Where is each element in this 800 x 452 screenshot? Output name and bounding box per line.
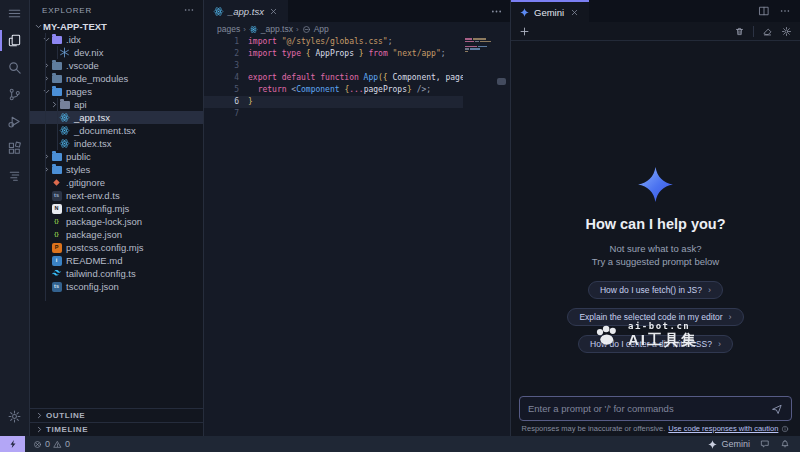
chevron-down-icon: [33, 22, 43, 32]
code-area[interactable]: 1import "@/styles/globals.css";2import t…: [204, 36, 463, 436]
suggested-prompt-1[interactable]: How do I use fetch() in JS?›: [588, 281, 723, 299]
nextjs-icon: N: [51, 203, 62, 214]
code-line-1[interactable]: 1import "@/styles/globals.css";: [204, 36, 463, 48]
extensions-icon[interactable]: [0, 135, 29, 162]
chevron-right-icon: ›: [708, 285, 711, 295]
tree-item-index-tsx[interactable]: index.tsx: [30, 137, 203, 150]
breadcrumb-app[interactable]: App: [302, 24, 329, 34]
close-icon[interactable]: [569, 7, 580, 18]
scrollbar-thumb[interactable]: [497, 78, 506, 85]
bell-icon[interactable]: [780, 439, 790, 449]
tree-item-tailwind-config-ts[interactable]: tailwind.config.ts: [30, 267, 203, 280]
code-line-4[interactable]: 4export default function App({ Component…: [204, 72, 463, 84]
remote-indicator[interactable]: [0, 436, 25, 452]
tailwind-icon: [51, 268, 62, 279]
tree-item-package-lock-json[interactable]: {}package-lock.json: [30, 215, 203, 228]
outline-section[interactable]: OUTLINE: [30, 408, 203, 422]
vscode-folder-icon: [51, 60, 62, 71]
warning-icon: [53, 440, 62, 449]
npm-icon: {}: [51, 216, 62, 227]
menu-icon[interactable]: [0, 0, 29, 27]
tree-item-next-env-d-ts[interactable]: tsnext-env.d.ts: [30, 189, 203, 202]
tab-app-tsx[interactable]: _app.tsx: [204, 0, 288, 22]
code-line-3[interactable]: 3: [204, 60, 463, 72]
react-icon: [59, 112, 70, 123]
tree-item-package-json[interactable]: {}package.json: [30, 228, 203, 241]
suggested-prompt-3[interactable]: How do I center a div with CSS?›: [578, 335, 733, 353]
react-icon: [59, 138, 70, 149]
editor-group: _app.tsx pages›_app.tsx›App 1import "@/s…: [204, 0, 511, 436]
timeline-section[interactable]: TIMELINE: [30, 422, 203, 436]
split-editor-icon[interactable]: [758, 5, 770, 17]
tab-gemini[interactable]: Gemini: [511, 0, 589, 22]
chevron-right-icon: [34, 425, 44, 435]
explorer-sidebar: EXPLORER MY-APP-TEXT.idxdev.nix.vscodeno…: [30, 0, 204, 436]
run-debug-icon[interactable]: [0, 108, 29, 135]
tree-item-tsconfig-json[interactable]: tstsconfig.json: [30, 280, 203, 293]
tree-item-styles[interactable]: styles: [30, 163, 203, 176]
chevron-down-icon: [41, 87, 51, 97]
node-modules-folder-icon: [51, 73, 62, 84]
tree-item--vscode[interactable]: .vscode: [30, 59, 203, 72]
prompt-input[interactable]: Enter a prompt or '/' for commands: [519, 396, 792, 421]
symbol-class-icon: [302, 25, 311, 34]
gear-icon[interactable]: [781, 26, 792, 37]
send-icon[interactable]: [771, 403, 783, 415]
suggested-prompt-2[interactable]: Explain the selected code in my editor›: [567, 308, 743, 326]
new-chat-plus-icon[interactable]: [519, 26, 530, 37]
breadcrumb--app-tsx[interactable]: _app.tsx: [249, 24, 293, 34]
tree-item-pages[interactable]: pages: [30, 85, 203, 98]
styles-folder-icon: [51, 164, 62, 175]
idx-panel-icon[interactable]: [0, 162, 29, 189]
react-icon: [249, 25, 258, 34]
tree-item--idx[interactable]: .idx: [30, 33, 203, 46]
code-caution-link[interactable]: Use code responses with caution: [668, 424, 778, 433]
tree-item--gitignore[interactable]: .gitignore: [30, 176, 203, 189]
more-actions-icon[interactable]: [779, 5, 791, 17]
more-actions-icon[interactable]: [490, 5, 503, 18]
explorer-icon[interactable]: [0, 27, 29, 54]
code-line-5[interactable]: 5 return <Component {...pageProps} />;: [204, 84, 463, 96]
info-icon[interactable]: [781, 425, 789, 433]
problems-indicator[interactable]: 0 0: [33, 439, 70, 449]
tree-item--document-tsx[interactable]: _document.tsx: [30, 124, 203, 137]
close-icon[interactable]: [268, 6, 279, 17]
tree-item-dev-nix[interactable]: dev.nix: [30, 46, 203, 59]
react-icon: [213, 6, 224, 17]
chevron-down-icon: [41, 35, 51, 45]
search-icon[interactable]: [0, 54, 29, 81]
ts-declaration-icon: ts: [51, 190, 62, 201]
tree-item-public[interactable]: public: [30, 150, 203, 163]
editor-tab-bar: _app.tsx: [204, 0, 511, 22]
tree-item-node-modules[interactable]: node_modules: [30, 72, 203, 85]
tsconfig-icon: ts: [51, 281, 62, 292]
explorer-title: EXPLORER: [42, 6, 92, 15]
breadcrumb-pages[interactable]: pages: [217, 24, 240, 34]
tree-item--app-tsx[interactable]: _app.tsx: [30, 111, 203, 124]
code-line-6[interactable]: 6}: [204, 96, 463, 108]
explorer-more-icon[interactable]: [183, 4, 195, 16]
tree-item-readme-md[interactable]: iREADME.md: [30, 254, 203, 267]
readme-info-icon: i: [51, 255, 62, 266]
tree-root[interactable]: MY-APP-TEXT: [30, 20, 203, 33]
tree-item-postcss-config-mjs[interactable]: Ppostcss.config.mjs: [30, 241, 203, 254]
code-line-7[interactable]: 7: [204, 108, 463, 120]
tree-item-next-config-mjs[interactable]: Nnext.config.mjs: [30, 202, 203, 215]
tab-label: _app.tsx: [228, 6, 264, 17]
chevron-right-icon: ›: [729, 312, 732, 322]
minimap[interactable]: [465, 38, 495, 53]
gemini-subtext-1: Not sure what to ask?: [592, 243, 719, 256]
gemini-status-item[interactable]: Gemini: [708, 439, 750, 449]
eraser-icon[interactable]: [762, 26, 773, 37]
chevron-right-icon: ›: [718, 339, 721, 349]
api-folder-icon: [59, 99, 70, 110]
code-line-2[interactable]: 2import type { AppProps } from "next/app…: [204, 48, 463, 60]
gemini-sparkle-icon: [520, 8, 529, 17]
manage-gear-icon[interactable]: [0, 403, 29, 430]
trash-icon[interactable]: [734, 26, 745, 37]
source-control-icon[interactable]: [0, 81, 29, 108]
tree-item-api[interactable]: api: [30, 98, 203, 111]
feedback-icon[interactable]: [760, 439, 770, 449]
npm-icon: {}: [51, 229, 62, 240]
activity-bar: [0, 0, 30, 436]
